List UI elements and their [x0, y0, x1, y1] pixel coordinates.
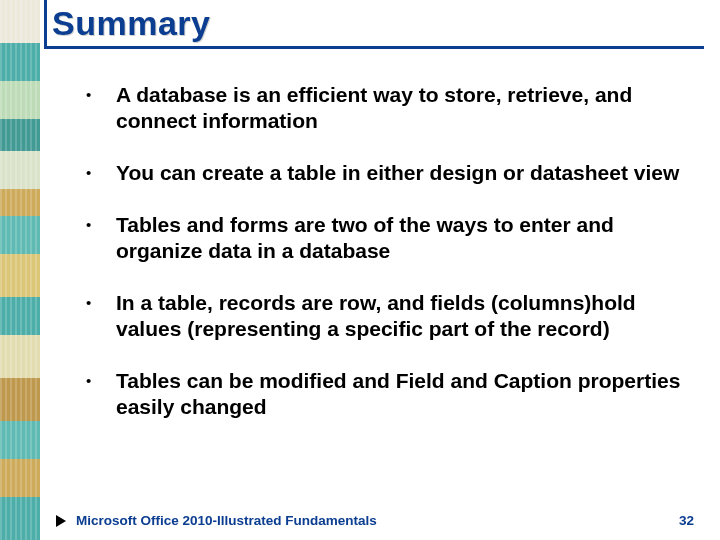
list-item: • A database is an efficient way to stor… [82, 82, 682, 134]
decorative-side-stripe [0, 0, 40, 540]
title-rule-horizontal [44, 46, 704, 49]
list-item: • Tables can be modified and Field and C… [82, 368, 682, 420]
page-number: 32 [679, 513, 694, 528]
bullet-marker: • [82, 212, 116, 238]
list-item: • In a table, records are row, and field… [82, 290, 682, 342]
list-item: • You can create a table in either desig… [82, 160, 682, 186]
slide-title: Summary [52, 4, 210, 43]
bullet-list: • A database is an efficient way to stor… [82, 82, 682, 446]
slide-footer: Microsoft Office 2010-Illustrated Fundam… [0, 513, 720, 528]
bullet-marker: • [82, 368, 116, 394]
bullet-text: A database is an efficient way to store,… [116, 82, 682, 134]
triangle-icon [56, 515, 66, 527]
footer-text: Microsoft Office 2010-Illustrated Fundam… [76, 513, 679, 528]
bullet-text: In a table, records are row, and fields … [116, 290, 682, 342]
list-item: • Tables and forms are two of the ways t… [82, 212, 682, 264]
bullet-text: You can create a table in either design … [116, 160, 679, 186]
bullet-marker: • [82, 82, 116, 108]
bullet-text: Tables can be modified and Field and Cap… [116, 368, 682, 420]
title-rule-vertical [44, 0, 47, 49]
bullet-text: Tables and forms are two of the ways to … [116, 212, 682, 264]
bullet-marker: • [82, 160, 116, 186]
bullet-marker: • [82, 290, 116, 316]
